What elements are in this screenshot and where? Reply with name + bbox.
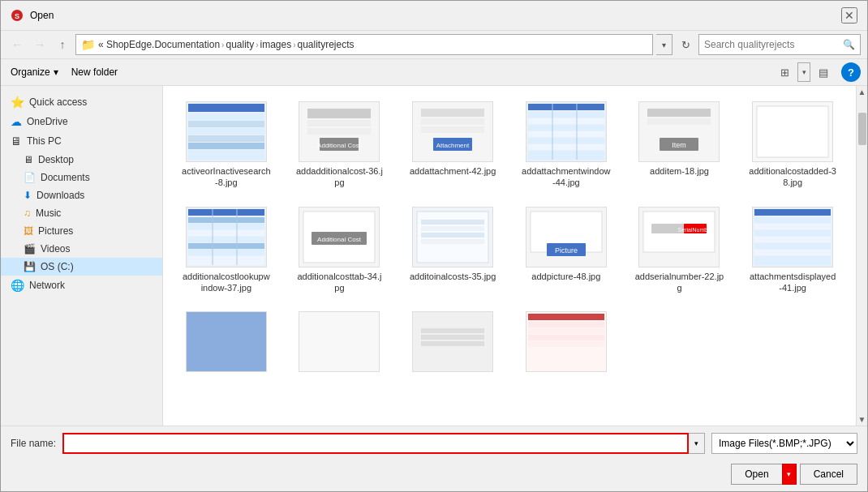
back-button[interactable]: ←	[7, 35, 27, 54]
svg-rect-12	[307, 120, 371, 126]
svg-rect-83	[421, 335, 484, 340]
sidebar-item-onedrive[interactable]: ☁ OneDrive	[1, 112, 162, 131]
svg-text:SerialNumber: SerialNumber	[678, 227, 713, 233]
svg-rect-82	[421, 328, 484, 333]
address-dropdown[interactable]: ▾	[656, 34, 672, 55]
sidebar-item-documents[interactable]: 📄 Documents	[1, 169, 162, 186]
scroll-down[interactable]: ▼	[858, 415, 866, 426]
view-list-button[interactable]: ▤	[812, 62, 835, 82]
sidebar-item-desktop[interactable]: 🖥 Desktop	[1, 151, 162, 169]
path-segment: quality	[226, 39, 254, 50]
file-item[interactable]: additoinalcosts-35.jpg	[399, 201, 506, 300]
file-grid: activeorInactivesearch-8.jpg Additional …	[170, 92, 849, 384]
search-box[interactable]: 🔍	[698, 34, 861, 55]
file-item[interactable]: attachmentsdisplayed-41.jpg	[739, 201, 846, 300]
svg-rect-29	[528, 144, 604, 150]
svg-rect-46	[188, 243, 264, 249]
file-name: additionalcostlookupwindow-37.jpg	[182, 271, 271, 294]
file-thumbnail: Item	[638, 101, 720, 162]
file-item[interactable]: Additional Cost addadditionalcost-36.jpg	[286, 96, 393, 195]
file-item[interactable]: additionalcostlookupwindow-37.jpg	[173, 201, 280, 300]
file-item[interactable]	[399, 306, 506, 381]
up-button[interactable]: ↑	[53, 35, 72, 54]
file-item[interactable]	[286, 306, 393, 381]
bottom-bar: File name: ▾ Image Files(*.BMP;*.JPG) Al…	[1, 426, 867, 460]
filename-label: File name:	[11, 438, 56, 449]
filetype-group: Image Files(*.BMP;*.JPG) All Files (*.*)	[711, 433, 857, 454]
help-button[interactable]: ?	[841, 62, 861, 82]
sidebar-item-downloads[interactable]: ⬇ Downloads	[1, 186, 162, 204]
file-item[interactable]: additionalcostadded-38.jpg	[739, 96, 846, 195]
svg-rect-26	[528, 125, 604, 130]
open-btn-arrow[interactable]: ▾	[782, 464, 797, 485]
svg-rect-59	[421, 233, 484, 237]
view-dropdown-button[interactable]: ▾	[797, 62, 810, 82]
search-input[interactable]	[704, 39, 840, 50]
thumb-svg	[526, 102, 606, 161]
thumb-svg	[187, 312, 266, 371]
sidebar-item-quick-access[interactable]: ⭐ Quick access	[1, 92, 162, 112]
thumb-svg: Additional Cost	[299, 207, 379, 267]
file-item[interactable]: addattachmentwindow-44.jpg	[513, 96, 620, 195]
sidebar-item-label: Quick access	[29, 96, 87, 108]
forward-button[interactable]: →	[30, 35, 49, 54]
cancel-button[interactable]: Cancel	[800, 464, 857, 485]
svg-rect-11	[307, 109, 371, 118]
path-segment: qualityrejects	[298, 39, 355, 50]
open-button[interactable]: Open	[731, 464, 781, 485]
svg-text:Item: Item	[672, 141, 687, 149]
svg-rect-78	[754, 256, 831, 265]
svg-rect-47	[188, 250, 264, 255]
file-item[interactable]: Attachment addattachment-42.jpg	[399, 96, 506, 195]
file-item[interactable]: Picture addpicture-48.jpg	[513, 201, 620, 300]
svg-rect-41	[188, 209, 264, 216]
new-folder-button[interactable]: New folder	[68, 65, 121, 79]
svg-rect-57	[421, 220, 484, 225]
svg-rect-8	[188, 143, 264, 149]
file-thumbnail: Additional Cost	[299, 101, 380, 162]
file-thumbnail	[526, 101, 607, 162]
file-area[interactable]: activeorInactivesearch-8.jpg Additional …	[163, 86, 856, 426]
file-thumbnail: Attachment	[412, 101, 493, 162]
refresh-button[interactable]: ↻	[676, 34, 695, 55]
filename-input[interactable]	[62, 433, 689, 454]
sidebar-item-this-pc[interactable]: 🖥 This PC	[1, 131, 162, 151]
sidebar-item-videos[interactable]: 🎬 Videos	[1, 240, 162, 258]
sidebar-item-label: OS (C:)	[41, 261, 74, 272]
thumb-svg: Attachment	[413, 102, 492, 161]
file-thumbnail	[526, 311, 607, 372]
file-item[interactable]: Additional Cost additionalcosttab-34.jpg	[286, 201, 393, 300]
file-item[interactable]	[173, 306, 280, 381]
file-item[interactable]	[513, 306, 620, 381]
svg-rect-17	[421, 109, 484, 117]
sidebar-item-music[interactable]: ♫ Music	[1, 204, 162, 222]
thumb-svg	[413, 312, 492, 371]
file-name: addpicture-48.jpg	[531, 271, 600, 282]
address-path[interactable]: 📁 « ShopEdge.Documentation › quality › i…	[75, 34, 653, 55]
thumb-svg: Item	[639, 102, 719, 161]
file-name: addserialnumber-22.jpg	[634, 271, 724, 294]
close-button[interactable]: ✕	[841, 7, 857, 24]
view-large-icon-button[interactable]: ⊞	[773, 62, 796, 82]
scroll-up[interactable]: ▲	[858, 86, 866, 96]
file-item[interactable]: SerialNumber addserialnumber-22.jpg	[626, 201, 733, 300]
scrollbar[interactable]: ▲ ▼	[856, 86, 867, 426]
file-name: addattachmentwindow-44.jpg	[522, 165, 611, 189]
filetype-select[interactable]: Image Files(*.BMP;*.JPG) All Files (*.*)	[711, 433, 857, 454]
scroll-thumb[interactable]	[858, 113, 866, 145]
thumb-svg: Additional Cost	[299, 102, 379, 161]
svg-text:Picture: Picture	[555, 246, 578, 255]
sidebar-item-label: Network	[29, 280, 65, 291]
svg-text:Attachment: Attachment	[436, 142, 470, 149]
file-item[interactable]: Item additem-18.jpg	[626, 96, 733, 195]
sidebar-item-os-c[interactable]: 💾 OS (C:)	[1, 258, 162, 276]
videos-icon: 🎬	[24, 243, 36, 255]
organize-button[interactable]: Organize ▾	[7, 65, 62, 79]
filename-dropdown[interactable]: ▾	[689, 433, 705, 454]
svg-rect-74	[754, 230, 831, 236]
title-bar: S Open ✕	[1, 1, 867, 31]
sidebar-item-network[interactable]: 🌐 Network	[1, 276, 162, 295]
sidebar-item-pictures[interactable]: 🖼 Pictures	[1, 222, 162, 240]
sidebar-item-label: OneDrive	[27, 116, 68, 127]
file-item[interactable]: activeorInactivesearch-8.jpg	[173, 96, 280, 195]
